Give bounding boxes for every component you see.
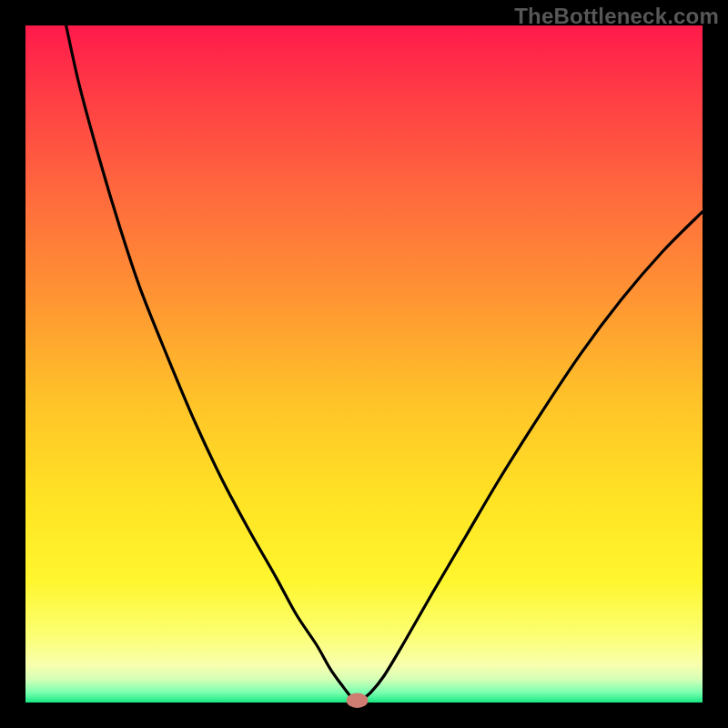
plot-background (25, 25, 703, 703)
minimum-marker (347, 693, 369, 708)
chart-frame: { "watermark": "TheBottleneck.com", "cha… (0, 0, 728, 728)
bottleneck-chart (0, 0, 728, 728)
watermark-text: TheBottleneck.com (514, 4, 719, 29)
